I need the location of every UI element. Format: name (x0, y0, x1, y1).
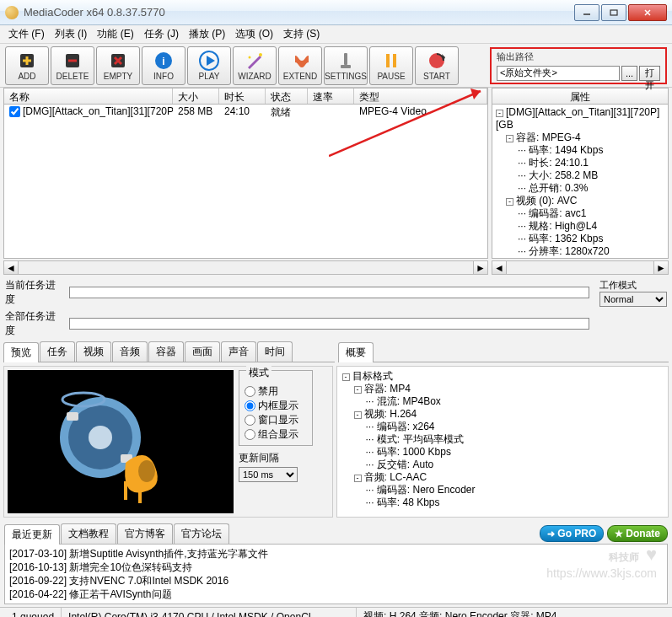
mode-option[interactable]: 组合显示 (245, 427, 307, 442)
maximize-button[interactable] (601, 4, 626, 21)
svg-rect-16 (393, 54, 396, 67)
tree-toggle-icon[interactable]: - (496, 110, 503, 117)
mode-option[interactable]: 禁用 (245, 384, 307, 399)
browse-button[interactable]: ... (621, 66, 637, 81)
open-button[interactable]: 打开 (639, 66, 660, 81)
tab-任务[interactable]: 任务 (40, 341, 75, 362)
empty-button[interactable]: EMPTY (96, 46, 140, 85)
tree-node[interactable]: ··· 混流: MP4Box (342, 395, 664, 408)
tree-node[interactable]: ··· 码率: 48 Kbps (342, 496, 664, 509)
scroll-right-icon[interactable]: ► (473, 261, 487, 274)
output-path-input[interactable] (497, 66, 620, 81)
wizard-button[interactable]: WIZARD (233, 46, 277, 85)
tab-视频[interactable]: 视频 (76, 341, 111, 362)
window-title: MediaCoder x64 0.8.37.5770 (24, 6, 573, 19)
close-button[interactable] (628, 4, 667, 21)
menu-item[interactable]: 功能 (E) (94, 25, 137, 43)
properties-scrollbar[interactable]: ◄ ► (492, 260, 669, 275)
col-stat[interactable]: 状态 (266, 89, 308, 104)
menu-item[interactable]: 播放 (P) (185, 25, 228, 43)
news-body[interactable]: [2017-03-10] 新增Suptitle Avisynth插件,支持蓝光字… (4, 544, 668, 604)
news-item[interactable]: [2016-10-13] 新增完全10位色深转码支持 (9, 561, 663, 574)
workmode-select[interactable]: Normal (599, 292, 667, 307)
mode-option[interactable]: 窗口显示 (245, 413, 307, 427)
menu-item[interactable]: 列表 (I) (51, 25, 91, 43)
tree-node[interactable]: ··· 码率: 1362 Kbps (496, 233, 664, 245)
donate-badge[interactable]: ★ Donate (607, 525, 668, 542)
scroll-right-icon[interactable]: ► (653, 261, 668, 274)
svg-rect-13 (344, 53, 347, 65)
tree-node[interactable]: ··· 规格: High@L4 (496, 220, 664, 233)
tree-node[interactable]: ··· 模式: 平均码率模式 (342, 433, 664, 446)
pause-button[interactable]: PAUSE (369, 46, 413, 85)
tree-toggle-icon[interactable]: - (506, 198, 513, 206)
tab-预览[interactable]: 预览 (3, 342, 39, 362)
delete-icon (62, 51, 83, 71)
play-icon (199, 51, 219, 71)
news-tab[interactable]: 文档教程 (61, 523, 116, 544)
tree-node[interactable]: ··· 反交错: Auto (342, 459, 664, 471)
tree-node[interactable]: ··· 大小: 258.2 MB (496, 169, 664, 182)
tree-node[interactable]: -容器: MPEG-4 (496, 131, 664, 144)
news-tab[interactable]: 官方博客 (117, 523, 173, 544)
extend-button[interactable]: EXTEND (278, 46, 322, 85)
tree-node[interactable]: ··· 总开销: 0.3% (496, 182, 664, 195)
play-button[interactable]: PLAY (187, 46, 231, 85)
tree-node[interactable]: ··· 时长: 24:10.1 (496, 157, 664, 169)
tree-toggle-icon[interactable]: - (354, 475, 362, 482)
tree-node[interactable]: -音频: LC-AAC (342, 471, 664, 484)
refresh-select[interactable]: 150 ms (239, 467, 298, 482)
news-tab[interactable]: 官方论坛 (174, 523, 229, 544)
menu-item[interactable]: 选项 (O) (232, 25, 277, 43)
tree-toggle-icon[interactable]: - (354, 386, 362, 394)
news-tab[interactable]: 最近更新 (4, 524, 60, 545)
tree-node[interactable]: ··· 编码器: Nero Encoder (342, 484, 664, 496)
add-button[interactable]: ADD (5, 46, 49, 85)
menu-item[interactable]: 文件 (F) (5, 25, 48, 43)
tree-node[interactable]: ··· 编码器: x264 (342, 421, 664, 433)
tab-容器[interactable]: 容器 (148, 341, 184, 362)
tab-时间[interactable]: 时间 (257, 341, 293, 362)
settings-button[interactable]: SETTINGS (324, 46, 368, 85)
gopro-badge[interactable]: ➜ Go PRO (540, 525, 604, 542)
col-rate[interactable]: 速率 (308, 89, 354, 104)
properties-tree[interactable]: -[DMG][Attack_on_Titan][31][720P][GB-容器:… (492, 105, 669, 259)
delete-button[interactable]: DELETE (51, 46, 94, 85)
news-item[interactable]: [2017-03-10] 新增Suptitle Avisynth插件,支持蓝光字… (9, 547, 663, 561)
tab-画面[interactable]: 画面 (185, 341, 220, 362)
minimize-button[interactable] (574, 4, 599, 21)
status-bar: 1 queued Intel(R) Core(TM) i3-4170 CPU /… (0, 607, 672, 617)
file-list-body[interactable]: [DMG][Attack_on_Titan][31][720P...258 MB… (3, 105, 488, 259)
scroll-left-icon[interactable]: ◄ (4, 261, 19, 274)
tab-声音[interactable]: 声音 (221, 341, 256, 362)
start-button[interactable]: START (415, 46, 459, 85)
row-checkbox[interactable] (9, 106, 20, 117)
col-type[interactable]: 类型 (354, 89, 487, 104)
wizard-icon (245, 51, 265, 71)
tree-node[interactable]: ··· 编码器: avc1 (496, 207, 664, 220)
tree-node[interactable]: ··· 分辨率: 1280x720 (496, 245, 664, 258)
tree-toggle-icon[interactable]: - (354, 411, 362, 419)
scroll-left-icon[interactable]: ◄ (492, 261, 507, 274)
news-item[interactable]: [2016-09-22] 支持NVENC 7.0和Intel MSDK 2016 (9, 574, 663, 587)
col-size[interactable]: 大小 (173, 89, 219, 104)
tree-node[interactable]: ··· 码率: 1000 Kbps (342, 446, 664, 459)
col-dur[interactable]: 时长 (219, 89, 266, 104)
col-name[interactable]: 名称 (4, 89, 173, 104)
tab-概要[interactable]: 概要 (338, 342, 374, 362)
mode-option[interactable]: 内框显示 (245, 399, 307, 413)
tree-node[interactable]: ··· 码率: 1494 Kbps (496, 144, 664, 157)
tree-node[interactable]: -视频 (0): AVC (496, 195, 664, 207)
tree-toggle-icon[interactable]: - (506, 135, 513, 142)
menu-item[interactable]: 支持 (S) (280, 25, 323, 43)
tab-音频[interactable]: 音频 (112, 341, 148, 362)
svg-rect-14 (341, 65, 351, 68)
table-row[interactable]: [DMG][Attack_on_Titan][31][720P...258 MB… (4, 105, 487, 120)
info-button[interactable]: iINFO (142, 46, 185, 85)
news-item[interactable]: [2016-04-22] 修正若干AVISynth问题 (9, 587, 663, 601)
tree-node[interactable]: -视频: H.264 (342, 408, 664, 421)
menu-item[interactable]: 任务 (J) (141, 25, 182, 43)
file-list-scrollbar[interactable]: ◄ ► (3, 260, 488, 275)
tree-toggle-icon[interactable]: - (342, 373, 350, 381)
tree-node[interactable]: -容器: MP4 (342, 383, 664, 395)
